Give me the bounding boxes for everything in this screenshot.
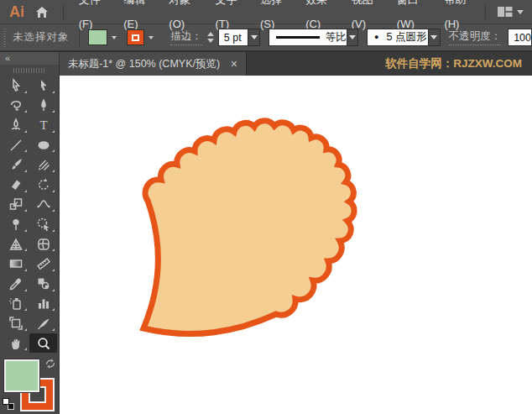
spray-can-icon bbox=[8, 296, 23, 311]
ellipse-icon bbox=[36, 138, 51, 153]
blend-tool[interactable] bbox=[29, 274, 57, 294]
stroke-color-chevron-icon[interactable] bbox=[144, 29, 157, 45]
selection-arrow-icon bbox=[8, 78, 23, 93]
watermark-text: 软件自学网：RJZXW.COM bbox=[385, 56, 532, 71]
stroke-weight-input[interactable]: 5 pt bbox=[218, 29, 249, 46]
workspace-chevron-icon[interactable] bbox=[517, 10, 524, 14]
fill-color-chevron-icon[interactable] bbox=[107, 29, 120, 45]
hand-tool[interactable] bbox=[2, 333, 29, 354]
magnifier-icon bbox=[36, 336, 51, 351]
line-icon bbox=[8, 138, 23, 153]
brush-chevron-icon[interactable] bbox=[429, 29, 440, 46]
shape-builder-tool[interactable] bbox=[29, 214, 57, 234]
illustrator-window: { "colors": { "accent-orange": "#E4501A"… bbox=[0, 0, 532, 414]
blend-icon bbox=[36, 276, 51, 291]
slice-tool[interactable] bbox=[29, 313, 57, 333]
tools-panel-collapse-button[interactable]: « bbox=[0, 52, 59, 65]
leaf-path bbox=[143, 121, 354, 334]
brush-value: 5 点圆形 bbox=[386, 29, 426, 46]
paintbrush-icon bbox=[8, 157, 23, 172]
fill-color-control[interactable] bbox=[4, 359, 39, 392]
pencil-tool[interactable] bbox=[29, 155, 57, 175]
width-profile-value: 等比 bbox=[326, 29, 347, 46]
ruler-icon bbox=[36, 256, 51, 271]
brush-definition-select[interactable]: ● 5 点圆形 bbox=[367, 29, 429, 46]
eraser-icon bbox=[8, 177, 23, 192]
perspective-grid-icon bbox=[8, 237, 23, 252]
fill-color-swatch[interactable] bbox=[88, 29, 107, 45]
mesh-tool[interactable] bbox=[29, 234, 57, 254]
scale-icon bbox=[8, 197, 23, 212]
tools-panel: « T bbox=[0, 52, 60, 414]
scalloped-leaf-shape[interactable] bbox=[60, 76, 531, 414]
menu-divider bbox=[63, 4, 64, 19]
brush-dot-icon: ● bbox=[374, 29, 378, 46]
ellipse-tool[interactable] bbox=[29, 135, 57, 155]
opacity-input[interactable]: 100 bbox=[508, 29, 532, 46]
direct-selection-tool[interactable] bbox=[29, 76, 57, 96]
knife-icon bbox=[36, 316, 51, 331]
menu-bar: Ai 文件(F) 编辑(E) 对象(O) 文字(T) 选择(S) 效果(C) 视… bbox=[0, 0, 532, 24]
line-segment-tool[interactable] bbox=[2, 135, 29, 155]
hand-icon bbox=[8, 336, 23, 351]
direct-selection-arrow-icon bbox=[36, 78, 51, 93]
magic-wand-icon bbox=[8, 97, 23, 113]
artboard-icon bbox=[8, 316, 23, 331]
column-graph-tool[interactable] bbox=[29, 294, 57, 314]
scale-tool[interactable] bbox=[2, 195, 29, 215]
eyedropper-tool[interactable] bbox=[2, 274, 29, 294]
pen-tool[interactable] bbox=[29, 96, 57, 116]
magic-wand-tool[interactable] bbox=[2, 96, 29, 116]
symbol-sprayer-tool[interactable] bbox=[2, 294, 29, 314]
document-tab[interactable]: 未标题-1* @ 150% (CMYK/预览) ✕ bbox=[60, 52, 247, 76]
paintbrush-tool[interactable] bbox=[2, 155, 29, 175]
opacity-label[interactable]: 不透明度： bbox=[449, 29, 502, 45]
control-divider bbox=[79, 28, 80, 48]
stroke-color-swatch[interactable] bbox=[127, 29, 144, 45]
width-tool[interactable] bbox=[29, 195, 57, 215]
puppet-warp-tool[interactable] bbox=[2, 214, 29, 234]
pen-icon bbox=[36, 97, 51, 113]
curvature-tool[interactable] bbox=[2, 115, 29, 135]
perspective-grid-tool[interactable] bbox=[2, 234, 29, 254]
document-tab-bar: 未标题-1* @ 150% (CMYK/预览) ✕ 软件自学网：RJZXW.CO… bbox=[60, 52, 532, 76]
pencil-icon bbox=[36, 157, 51, 172]
rotate-icon bbox=[36, 177, 51, 192]
type-tool[interactable]: T bbox=[29, 115, 57, 135]
document-title: 未标题-1* @ 150% (CMYK/预览) bbox=[68, 57, 220, 71]
home-icon[interactable] bbox=[35, 6, 49, 18]
gradient-tool[interactable] bbox=[2, 254, 29, 274]
mesh-icon bbox=[36, 237, 51, 252]
svg-text:T: T bbox=[39, 118, 47, 132]
tools-panel-grip[interactable] bbox=[0, 65, 59, 76]
stroke-weight-chevron-icon[interactable] bbox=[248, 29, 259, 46]
color-controls bbox=[0, 354, 59, 413]
zoom-tool[interactable] bbox=[29, 333, 57, 354]
curvature-pen-icon bbox=[8, 118, 23, 133]
tab-close-icon[interactable]: ✕ bbox=[230, 59, 237, 70]
measure-tool[interactable] bbox=[29, 254, 57, 274]
app-logo: Ai bbox=[9, 3, 24, 21]
type-icon: T bbox=[36, 118, 51, 133]
pin-icon bbox=[8, 217, 23, 232]
width-profile-preview bbox=[276, 36, 320, 39]
gradient-icon bbox=[8, 256, 23, 271]
artboard-tool[interactable] bbox=[2, 313, 29, 333]
shape-builder-icon bbox=[36, 217, 51, 232]
control-bar-grip[interactable] bbox=[3, 29, 6, 47]
swap-fill-stroke-icon[interactable] bbox=[44, 358, 56, 373]
variable-width-profile-select[interactable]: 等比 bbox=[269, 29, 347, 46]
artboard-canvas[interactable] bbox=[60, 76, 532, 414]
menu-divider-right bbox=[485, 4, 486, 19]
workspace-switcher-icon[interactable] bbox=[498, 6, 513, 18]
stroke-weight-label[interactable]: 描边： bbox=[170, 29, 202, 45]
eraser-tool[interactable] bbox=[2, 175, 29, 195]
width-icon bbox=[36, 197, 51, 212]
rotate-tool[interactable] bbox=[29, 175, 57, 195]
bar-chart-icon bbox=[36, 296, 51, 311]
default-fill-stroke-icon[interactable] bbox=[3, 398, 14, 410]
stroke-weight-stepper[interactable] bbox=[207, 32, 214, 43]
selection-tool[interactable] bbox=[2, 76, 29, 96]
selection-status: 未选择对象 bbox=[13, 30, 70, 45]
variable-width-chevron-icon[interactable] bbox=[347, 29, 358, 46]
